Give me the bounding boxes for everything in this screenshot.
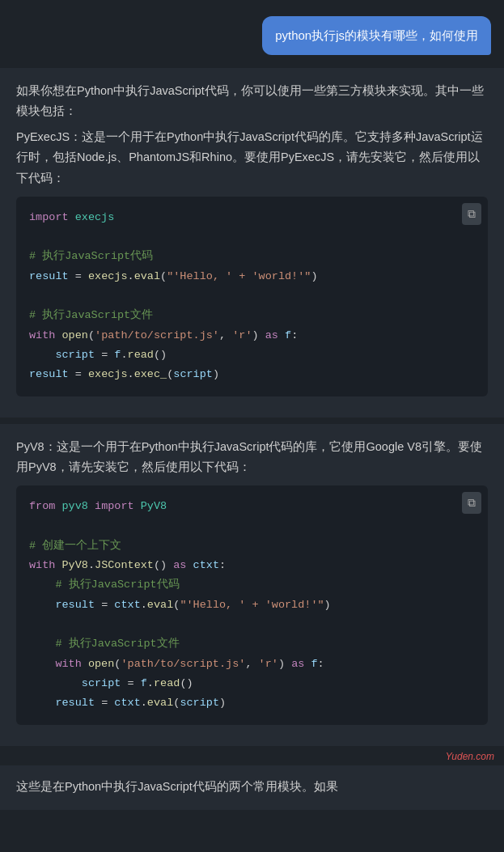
code-block-1: import execjs # 执行JavaScript代码 result = …: [16, 197, 488, 396]
copy-icon-1: ⧉: [468, 207, 476, 221]
code-line: result = ctxt.eval("'Hello, ' + 'world!'…: [29, 596, 475, 615]
code-block-2: from pyv8 import PyV8 # 创建一个上下文 with PyV…: [16, 485, 488, 724]
code-line: # 执行JavaScript文件: [29, 306, 475, 325]
code-block-2-wrapper: from pyv8 import PyV8 # 创建一个上下文 with PyV…: [16, 485, 488, 724]
code-line: # 执行JavaScript代码: [29, 247, 475, 266]
user-bubble: python执行js的模块有哪些，如何使用: [262, 16, 491, 55]
code-line: result = execjs.exec_(script): [29, 365, 475, 384]
ai-pyexecjs-text: PyExecJS：这是一个用于在Python中执行JavaScript代码的库。…: [16, 127, 488, 189]
bottom-text: 这些是在Python中执行JavaScript代码的两个常用模块。如果: [0, 765, 504, 810]
code-line: with PyV8.JSContext() as ctxt:: [29, 556, 475, 575]
watermark: Yuden.com: [0, 751, 504, 765]
ai-response-1: 如果你想在Python中执行JavaScript代码，你可以使用一些第三方模块来…: [0, 68, 504, 418]
user-message-wrapper: python执行js的模块有哪些，如何使用: [0, 8, 504, 63]
code-line: from pyv8 import PyV8: [29, 497, 475, 516]
code-line: [29, 517, 475, 536]
code-line: # 创建一个上下文: [29, 536, 475, 556]
code-block-1-wrapper: import execjs # 执行JavaScript代码 result = …: [16, 197, 488, 396]
copy-icon-2: ⧉: [468, 496, 476, 510]
user-message-text: python执行js的模块有哪些，如何使用: [275, 28, 478, 42]
code-line: # 执行JavaScript文件: [29, 634, 475, 654]
copy-button-2[interactable]: ⧉: [462, 492, 481, 514]
ai-response-2: PyV8：这是一个用于在Python中执行JavaScript代码的库，它使用G…: [0, 424, 504, 746]
code-line: script = f.read(): [29, 674, 475, 693]
ai-intro-text: 如果你想在Python中执行JavaScript代码，你可以使用一些第三方模块来…: [16, 81, 488, 122]
code-line: [29, 227, 475, 247]
code-line: result = execjs.eval("'Hello, ' + 'world…: [29, 267, 475, 286]
code-line: import execjs: [29, 208, 475, 227]
code-line: [29, 286, 475, 306]
bottom-text-content: 这些是在Python中执行JavaScript代码的两个常用模块。如果: [16, 780, 338, 793]
code-line: with open('path/to/script.js', 'r') as f…: [29, 326, 475, 345]
ai-pyv8-text: PyV8：这是一个用于在Python中执行JavaScript代码的库，它使用G…: [16, 437, 488, 478]
code-line: [29, 615, 475, 634]
copy-button-1[interactable]: ⧉: [462, 203, 481, 225]
code-line: # 执行JavaScript代码: [29, 575, 475, 595]
code-line: script = f.read(): [29, 345, 475, 365]
code-line: result = ctxt.eval(script): [29, 693, 475, 713]
chat-container: python执行js的模块有哪些，如何使用 如果你想在Python中执行Java…: [0, 0, 504, 818]
code-line: with open('path/to/script.js', 'r') as f…: [29, 655, 475, 674]
